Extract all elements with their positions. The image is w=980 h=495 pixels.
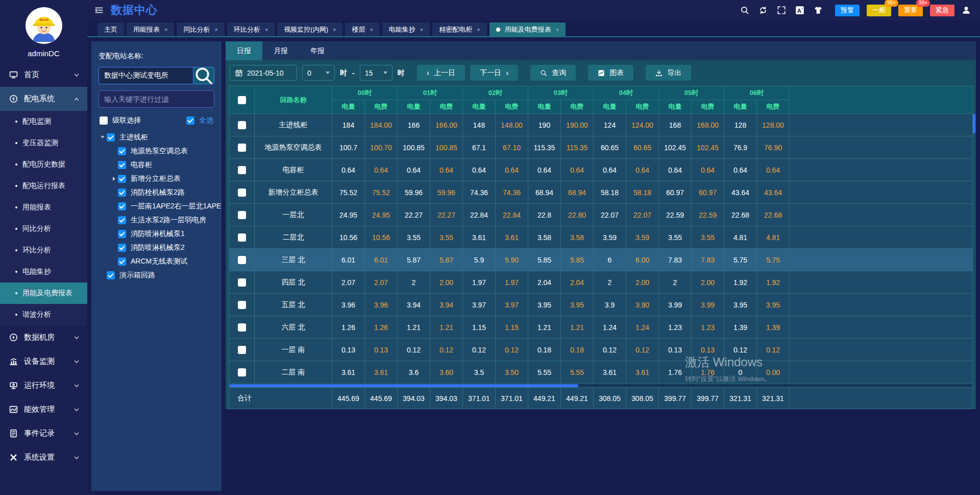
caret-closed-icon[interactable] (110, 177, 118, 181)
close-icon[interactable]: × (370, 27, 373, 33)
sidebar-item-首页[interactable]: 首页 (0, 63, 87, 87)
tree-checkbox[interactable] (118, 202, 126, 210)
close-icon[interactable]: × (214, 27, 217, 33)
close-icon[interactable]: × (164, 27, 167, 33)
table-row-二层 南[interactable]: 二层 南3.613.613.63.603.53.505.555.553.613.… (229, 361, 972, 384)
tree-node-生活水泵2路一层弱电房[interactable]: 生活水泵2路一层弱电房 (99, 213, 214, 227)
tree-node-ARCM无线表测试[interactable]: ARCM无线表测试 (99, 254, 214, 268)
theme-icon[interactable] (814, 6, 823, 15)
report-tab-月报[interactable]: 月报 (262, 41, 299, 60)
tab-同比分析[interactable]: 同比分析× (177, 22, 224, 36)
sidebar-item-配电系统[interactable]: 配电系统 (0, 87, 87, 111)
sidebar-item-用能报表[interactable]: 用能报表 (0, 197, 87, 218)
tree-checkbox[interactable] (118, 230, 126, 238)
tree-checkbox[interactable] (118, 257, 126, 266)
table-row-地源热泵空调总表[interactable]: 地源热泵空调总表100.7100.70100.85100.8567.167.10… (229, 136, 972, 159)
tree-node-演示箱回路[interactable]: 演示箱回路 (99, 268, 214, 282)
table-row-二层北[interactable]: 二层北10.5610.563.553.553.613.613.583.583.5… (229, 226, 972, 249)
sidebar-item-设备监测[interactable]: 设备监测 (0, 349, 87, 373)
table-row-三层 北[interactable]: 三层 北6.016.015.875.875.95.905.855.8566.00… (229, 249, 972, 271)
row-checkbox[interactable] (238, 278, 246, 287)
alarm-button-紧急[interactable]: 紧急 (930, 5, 954, 16)
sidebar-item-配电监测[interactable]: 配电监测 (0, 111, 87, 132)
tab-视频监控(内网)[interactable]: 视频监控(内网)× (277, 22, 342, 36)
tree-node-一层南1APE2右一层北1APE1左[interactable]: 一层南1APE2右一层北1APE1左 (99, 199, 214, 213)
export-button[interactable]: 导出 (646, 65, 691, 81)
tree-node-主进线柜[interactable]: 主进线柜 (99, 130, 214, 144)
tab-电能集抄[interactable]: 电能集抄× (382, 22, 430, 36)
tree-node-电容柜[interactable]: 电容柜 (99, 158, 214, 172)
sidebar-item-谐波分析[interactable]: 谐波分析 (0, 304, 87, 325)
user-icon[interactable] (962, 6, 971, 15)
close-icon[interactable]: × (333, 27, 336, 33)
sidebar-item-电能集抄[interactable]: 电能集抄 (0, 261, 87, 282)
tree-checkbox[interactable] (107, 271, 115, 279)
alarm-button-预警[interactable]: 预警 (835, 5, 860, 16)
row-checkbox[interactable] (238, 144, 246, 152)
sidebar-item-能效管理[interactable]: 能效管理 (0, 397, 87, 421)
tree-node-消防栓机械泵2路[interactable]: 消防栓机械泵2路 (99, 185, 214, 199)
tree-checkbox[interactable] (118, 188, 126, 197)
table-row-四层 北[interactable]: 四层 北2.072.0722.001.971.972.042.0422.0022… (229, 271, 972, 294)
table-row-一层北[interactable]: 一层北24.9524.9522.2722.2722.8422.8422.822.… (229, 204, 972, 226)
row-checkbox[interactable] (238, 188, 246, 197)
row-checkbox[interactable] (238, 346, 246, 354)
row-checkbox[interactable] (238, 301, 246, 309)
tree-node-地源热泵空调总表[interactable]: 地源热泵空调总表 (99, 144, 214, 158)
vertical-scrollbar[interactable] (973, 114, 975, 133)
sidebar-item-变压器监测[interactable]: 变压器监测 (0, 132, 87, 154)
query-button[interactable]: 查询 (530, 65, 576, 81)
sidebar-item-同比分析[interactable]: 同比分析 (0, 218, 87, 240)
select-all-rows-checkbox[interactable] (238, 96, 246, 104)
tab-楼层[interactable]: 楼层× (345, 22, 379, 36)
tab-用能及电费报表[interactable]: 用能及电费报表× (489, 22, 566, 36)
tree-node-消防喷淋机械泵1[interactable]: 消防喷淋机械泵1 (99, 227, 214, 241)
table-row-电容柜[interactable]: 电容柜0.640.640.640.640.640.640.640.640.640… (229, 159, 972, 181)
sidebar-item-系统设置[interactable]: 系统设置 (0, 445, 87, 469)
next-day-button[interactable]: 下一日 › (470, 65, 518, 81)
tab-用能报表[interactable]: 用能报表× (127, 22, 174, 36)
search-icon[interactable] (740, 6, 749, 15)
tree-node-新增分立柜总表[interactable]: 新增分立柜总表 (99, 172, 214, 185)
row-checkbox[interactable] (238, 233, 246, 242)
tab-环比分析[interactable]: 环比分析× (227, 22, 275, 36)
horizontal-scrollbar-thumb[interactable] (229, 384, 578, 387)
date-picker[interactable]: 2021-05-10 (230, 65, 297, 81)
sidebar-item-事件记录[interactable]: 事件记录 (0, 421, 87, 445)
select-all-checkbox[interactable] (186, 116, 194, 125)
cascade-checkbox[interactable] (100, 116, 108, 125)
sidebar-item-运行环境[interactable]: 运行环境 (0, 373, 87, 397)
tree-checkbox[interactable] (118, 244, 126, 252)
station-search-button[interactable] (193, 67, 214, 84)
station-input[interactable] (99, 67, 193, 84)
alarm-button-重要[interactable]: 重要99+ (898, 5, 923, 16)
close-icon[interactable]: × (477, 27, 480, 33)
report-tab-年报[interactable]: 年报 (299, 41, 336, 60)
row-checkbox[interactable] (238, 121, 246, 129)
sidebar-item-环比分析[interactable]: 环比分析 (0, 240, 87, 261)
select-all-label[interactable]: 全选 (199, 116, 213, 125)
fullscreen-icon[interactable] (777, 6, 786, 15)
sidebar-item-数据机房[interactable]: 数据机房 (0, 325, 87, 349)
tree-checkbox[interactable] (118, 147, 126, 155)
close-icon[interactable]: × (556, 27, 559, 33)
menu-collapse-icon[interactable] (94, 6, 104, 15)
close-icon[interactable]: × (265, 27, 268, 33)
tree-node-消防喷淋机械泵2[interactable]: 消防喷淋机械泵2 (99, 241, 214, 254)
refresh-icon[interactable] (758, 6, 768, 15)
caret-open-icon[interactable] (99, 136, 107, 138)
sidebar-item-配电历史数据[interactable]: 配电历史数据 (0, 154, 87, 175)
row-checkbox[interactable] (238, 323, 246, 332)
tree-filter-input[interactable] (99, 90, 214, 108)
sidebar-item-用能及电费报表[interactable]: 用能及电费报表 (0, 282, 87, 304)
translate-icon[interactable]: Ax (795, 6, 804, 15)
table-row-新增分立柜总表[interactable]: 新增分立柜总表75.5275.5259.9659.9674.3674.3668.… (229, 181, 972, 204)
row-checkbox[interactable] (238, 368, 246, 376)
hour-from-select[interactable]: 0 (302, 65, 335, 81)
tree-checkbox[interactable] (118, 161, 126, 169)
table-row-六层 北[interactable]: 六层 北1.261.261.211.211.151.151.211.211.24… (229, 316, 972, 339)
sidebar-item-配电运行报表[interactable]: 配电运行报表 (0, 175, 87, 197)
row-checkbox[interactable] (238, 166, 246, 174)
hour-to-select[interactable]: 15 (360, 65, 393, 81)
table-row-主进线柜[interactable]: 主进线柜184184.00166166.00148148.00190190.00… (229, 114, 972, 136)
